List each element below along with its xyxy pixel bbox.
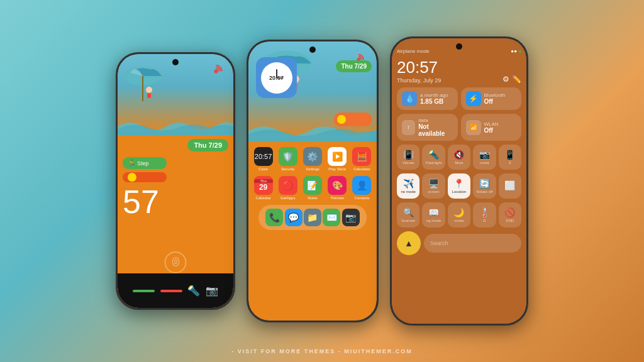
rotate-icon: 🔄: [479, 178, 490, 189]
dock-camera[interactable]: 📷: [342, 209, 360, 226]
screen-btn[interactable]: 🖥️ screen: [422, 173, 445, 199]
cc-buttons-row2: ✈️ ne mode 🖥️ screen 📍 Location 🔄 Rotate…: [397, 173, 521, 199]
dock-phone[interactable]: 📞: [265, 209, 283, 226]
screenshot-btn[interactable]: 📷 nshot: [473, 145, 496, 170]
reading-btn[interactable]: 📖 ng mode: [422, 202, 445, 228]
dock-mail[interactable]: ✉️: [323, 209, 340, 226]
wlan-tile[interactable]: 📶 WLAN Off: [461, 114, 522, 141]
punch-hole-2: [309, 47, 316, 53]
app-themes[interactable]: 🎨 Themes: [326, 176, 348, 200]
date-widget-2[interactable]: Thu 7/29: [336, 60, 372, 72]
mode-btn[interactable]: 🌙 mode: [448, 202, 470, 228]
app-getapps[interactable]: 🔴 GetApps: [277, 176, 299, 200]
dock-files[interactable]: 📁: [304, 209, 321, 226]
vibrate-btn[interactable]: 📳 Vibrate: [397, 145, 419, 170]
mute-btn[interactable]: 🔇 Mute: [448, 145, 470, 170]
screen-3: Airplane mode ●● 20:57 Thursday, July 29…: [392, 38, 526, 324]
data-text: a month ago 1.85 GB: [420, 92, 448, 105]
camera-icon[interactable]: 📷: [206, 285, 218, 297]
search-bar[interactable]: Search: [424, 234, 521, 253]
airplane-label: Airplane mode: [397, 48, 430, 54]
dock-area: 📞 💬 📁 ✉️ 📷: [248, 205, 377, 235]
app-notes[interactable]: 📝 Notes: [301, 176, 323, 200]
punch-hole-1: [172, 59, 179, 65]
flashlight-icon-cc: 🔦: [428, 150, 439, 160]
phone-3: Airplane mode ●● 20:57 Thursday, July 29…: [390, 36, 528, 326]
screen1-content: Thu 7/29 🏃 Step 57: [118, 136, 233, 273]
search-placeholder: Search: [430, 240, 448, 246]
clock-face: 20:57: [261, 62, 292, 94]
data-tile[interactable]: 💧 a month ago 1.85 GB: [397, 87, 458, 110]
wallpaper-top-1: [118, 54, 233, 136]
cc-date: Thursday, July 29: [397, 77, 441, 84]
data-icon: 💧: [402, 91, 417, 106]
radar-icon: [208, 63, 224, 79]
wave-1: [118, 114, 233, 136]
bluetooth-tile[interactable]: ⚡ Bluetooth Off: [461, 87, 522, 110]
mode-icon: 🌙: [453, 207, 464, 217]
clock-hands: [261, 62, 292, 94]
screen-icon: 🖥️: [428, 178, 439, 189]
scanner-btn[interactable]: 🔍 Scanner: [397, 202, 419, 228]
data2-icon: ↑: [402, 120, 415, 135]
time-row: 20:57 Thursday, July 29 ⚙ ✏️: [397, 58, 521, 84]
calendar-app-icon: Thu 29: [254, 176, 273, 195]
app-clock[interactable]: 20:57 Clock: [252, 147, 274, 171]
app-playstore[interactable]: ▶️ Play Store: [326, 147, 348, 171]
big-number: 57: [123, 185, 228, 218]
location-btn[interactable]: 📍 Location: [448, 173, 470, 199]
extra-icon: ⬜: [504, 180, 515, 190]
launcher-icon: ▲: [404, 238, 413, 248]
fingerprint-sensor[interactable]: [165, 251, 187, 273]
app-calendar[interactable]: Thu 29 Calendar: [252, 176, 274, 200]
flashlight-btn[interactable]: 🔦 Flashlight: [422, 145, 445, 170]
wave-2: [248, 117, 377, 142]
date-widget-1[interactable]: Thu 7/29: [187, 139, 228, 151]
d-btn[interactable]: 🌡️ D: [473, 202, 496, 228]
airplane-btn[interactable]: ✈️ ne mode: [397, 173, 419, 199]
btn-s[interactable]: 📱 S: [499, 145, 521, 170]
themes-icon: 🎨: [328, 176, 347, 195]
signal-icon: ●●: [511, 48, 517, 54]
dnd-btn[interactable]: 🚫 DND: [499, 202, 521, 228]
dock-messages[interactable]: 💬: [285, 209, 303, 226]
umbrella-icon: [121, 57, 171, 107]
fingerprint-icon: [169, 256, 182, 269]
mute-icon: 🔇: [453, 150, 464, 160]
settings-icon-cc[interactable]: ⚙: [502, 75, 509, 84]
settings-app-icon: ⚙️: [303, 147, 322, 166]
wlan-icon: 📶: [466, 120, 481, 135]
svg-rect-3: [147, 93, 151, 98]
rotate-btn[interactable]: 🔄 Rotate off: [473, 173, 496, 199]
control-center: Airplane mode ●● 20:57 Thursday, July 29…: [392, 38, 526, 324]
top-action-icons: ⚙ ✏️: [502, 75, 521, 84]
getapps-icon: 🔴: [279, 176, 297, 195]
app-calculator[interactable]: 🧮 Calculator: [351, 147, 373, 171]
edit-icon-cc[interactable]: ✏️: [512, 75, 521, 84]
screen-2: 20:57 Thu 7/29: [248, 41, 377, 321]
extra-btn[interactable]: ⬜: [499, 173, 521, 199]
playstore-app-icon: ▶️: [328, 147, 347, 166]
app-settings[interactable]: ⚙️ Settings: [301, 147, 323, 171]
tiles-row-1: 💧 a month ago 1.85 GB ⚡ Bluetooth Off: [397, 87, 521, 110]
wallpaper-top-2: 20:57 Thu 7/29: [248, 41, 377, 142]
screen-1: Thu 7/29 🏃 Step 57: [118, 54, 233, 308]
status-icons-3: ●●: [511, 48, 521, 54]
d-icon: 🌡️: [479, 207, 490, 217]
data2-text: data Not available: [418, 118, 452, 137]
app-contacts[interactable]: 👤 Contacts: [351, 176, 373, 200]
location-icon: 📍: [453, 178, 464, 189]
cc-bottom-row: ▲ Search: [397, 231, 521, 255]
launcher-button[interactable]: ▲: [397, 231, 421, 255]
data2-tile[interactable]: ↑ data Not available: [397, 114, 458, 141]
step-widget[interactable]: 🏃 Step: [123, 157, 167, 169]
scanner-icon: 🔍: [403, 207, 414, 217]
indicator-bar: [133, 290, 155, 292]
indicator-bar-2: [160, 290, 182, 292]
punch-hole-3: [456, 43, 462, 50]
phone-2: 20:57 Thu 7/29: [247, 40, 379, 322]
app-security[interactable]: 🛡️ Security: [277, 147, 299, 171]
notes-icon: 📝: [303, 176, 322, 195]
airplane-icon: ✈️: [403, 178, 414, 189]
flashlight-icon[interactable]: 🔦: [187, 285, 200, 297]
